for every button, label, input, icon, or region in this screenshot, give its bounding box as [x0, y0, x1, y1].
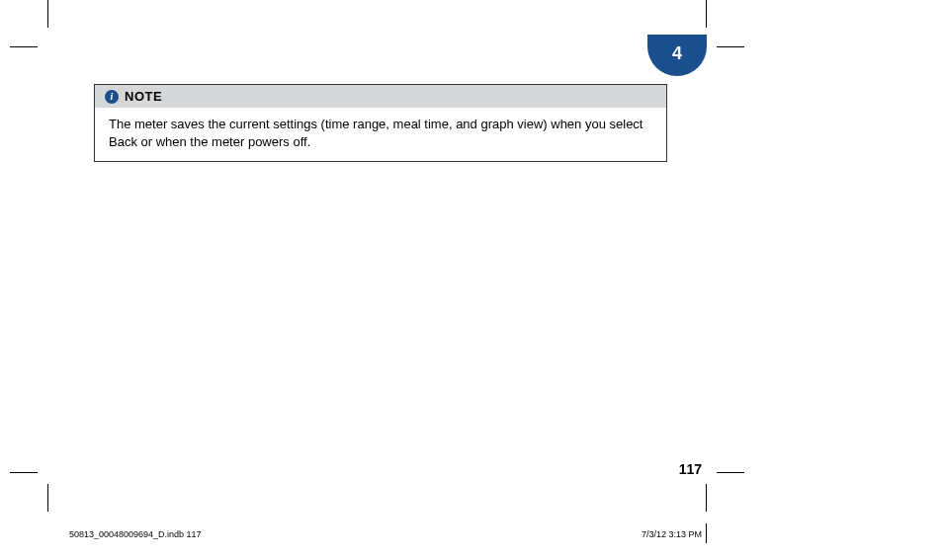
chapter-number: 4: [672, 43, 682, 64]
crop-mark: [10, 472, 38, 473]
note-title: NOTE: [125, 89, 162, 104]
chapter-tab: 4: [647, 35, 707, 76]
crop-mark: [47, 484, 48, 512]
note-body: The meter saves the current settings (ti…: [95, 108, 666, 161]
page-content: 4 i NOTE The meter saves the current set…: [94, 5, 707, 509]
page-number: 117: [679, 461, 702, 477]
footer-timestamp: 7/3/12 3:13 PM: [642, 529, 702, 539]
note-box: i NOTE The meter saves the current setti…: [94, 84, 667, 162]
footer-slug: 50813_00048009694_D.indb 117 7/3/12 3:13…: [69, 529, 702, 539]
crop-mark: [717, 472, 744, 473]
crop-mark: [47, 0, 48, 28]
footer-rule: [706, 523, 707, 543]
note-header: i NOTE: [95, 85, 666, 108]
crop-mark: [10, 46, 38, 47]
crop-mark: [717, 46, 744, 47]
footer-file-info: 50813_00048009694_D.indb 117: [69, 529, 202, 539]
info-icon: i: [105, 90, 119, 104]
